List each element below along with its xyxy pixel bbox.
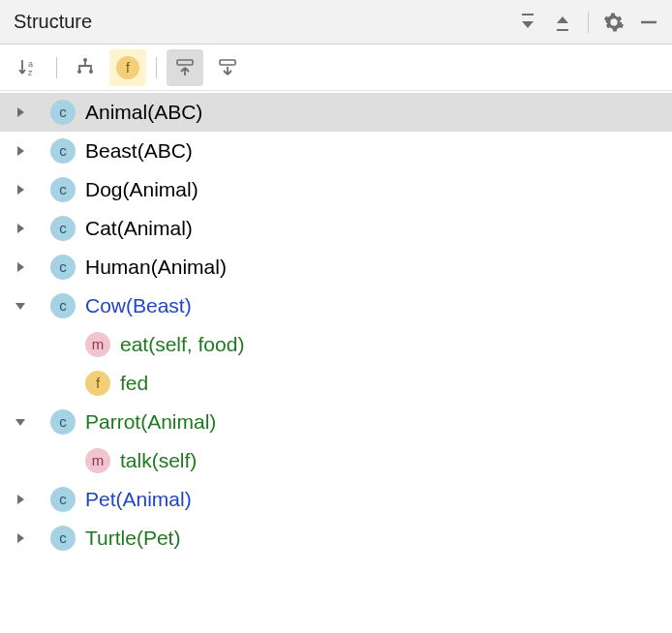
show-inherited-up-button[interactable]: [167, 49, 203, 86]
tree-item-label: fed: [120, 364, 148, 403]
expand-all-icon[interactable]: [514, 9, 541, 36]
class-icon: c: [50, 177, 76, 202]
chevron-right-icon[interactable]: [12, 529, 29, 547]
divider: [56, 57, 57, 78]
class-icon: c: [50, 100, 76, 125]
sort-alpha-button[interactable]: az: [10, 49, 46, 86]
svg-point-3: [77, 70, 81, 74]
svg-rect-6: [220, 60, 235, 65]
tree-row[interactable]: cCat(Animal): [0, 209, 672, 248]
gear-icon[interactable]: [600, 9, 627, 36]
chevron-right-icon[interactable]: [12, 258, 29, 276]
svg-point-4: [89, 70, 93, 74]
class-icon: c: [50, 216, 76, 241]
class-icon: c: [50, 409, 76, 435]
chevron-down-icon[interactable]: [12, 297, 29, 315]
chevron-right-icon[interactable]: [12, 142, 29, 160]
method-icon: m: [85, 332, 110, 357]
method-icon: m: [85, 448, 110, 473]
tree-item-label: Cat(Animal): [85, 209, 193, 248]
tree-item-label: Animal(ABC): [85, 93, 202, 132]
structure-tree: cAnimal(ABC)cBeast(ABC)cDog(Animal)cCat(…: [0, 91, 672, 558]
field-badge-icon: f: [116, 56, 139, 79]
tree-row[interactable]: cTurtle(Pet): [0, 519, 672, 558]
tree-item-label: talk(self): [120, 441, 197, 480]
toolbar: az f: [0, 45, 672, 91]
tree-row[interactable]: mtalk(self): [0, 441, 672, 480]
tree-row[interactable]: meat(self, food): [0, 325, 672, 364]
tree-row[interactable]: cCow(Beast): [0, 286, 672, 325]
tree-item-label: Human(Animal): [85, 248, 227, 286]
show-supertypes-button[interactable]: [67, 49, 104, 86]
class-icon: c: [50, 255, 76, 280]
tree-row[interactable]: ffed: [0, 364, 672, 403]
tree-item-label: Beast(ABC): [85, 132, 193, 170]
show-fields-button[interactable]: f: [109, 49, 146, 86]
svg-rect-5: [177, 60, 193, 65]
tree-item-label: eat(self, food): [120, 325, 244, 364]
panel-title: Structure: [14, 11, 514, 33]
field-icon: f: [85, 371, 110, 396]
tree-item-label: Dog(Animal): [85, 170, 199, 209]
tree-item-label: Pet(Animal): [85, 480, 192, 519]
class-icon: c: [50, 293, 76, 318]
tree-row[interactable]: cDog(Animal): [0, 170, 672, 209]
chevron-down-icon[interactable]: [12, 413, 29, 431]
chevron-right-icon[interactable]: [12, 181, 29, 198]
divider: [588, 12, 589, 33]
class-icon: c: [50, 138, 76, 164]
tree-row[interactable]: cAnimal(ABC): [0, 93, 672, 132]
chevron-right-icon[interactable]: [12, 220, 29, 237]
show-inherited-down-button[interactable]: [209, 49, 246, 86]
svg-text:z: z: [28, 68, 33, 77]
minimize-icon[interactable]: [635, 9, 662, 36]
tree-row[interactable]: cParrot(Animal): [0, 403, 672, 441]
svg-point-2: [83, 58, 87, 62]
tree-row[interactable]: cHuman(Animal): [0, 248, 672, 286]
class-icon: c: [50, 487, 76, 512]
tree-item-label: Parrot(Animal): [85, 403, 216, 441]
header-actions: [514, 9, 662, 36]
tree-item-label: Cow(Beast): [85, 286, 192, 325]
chevron-right-icon[interactable]: [12, 491, 29, 508]
tree-row[interactable]: cBeast(ABC): [0, 132, 672, 170]
class-icon: c: [50, 526, 76, 551]
tree-item-label: Turtle(Pet): [85, 519, 180, 558]
divider: [156, 57, 157, 78]
chevron-right-icon[interactable]: [12, 104, 29, 121]
tree-row[interactable]: cPet(Animal): [0, 480, 672, 519]
collapse-all-icon[interactable]: [549, 9, 576, 36]
panel-header: Structure: [0, 0, 672, 45]
